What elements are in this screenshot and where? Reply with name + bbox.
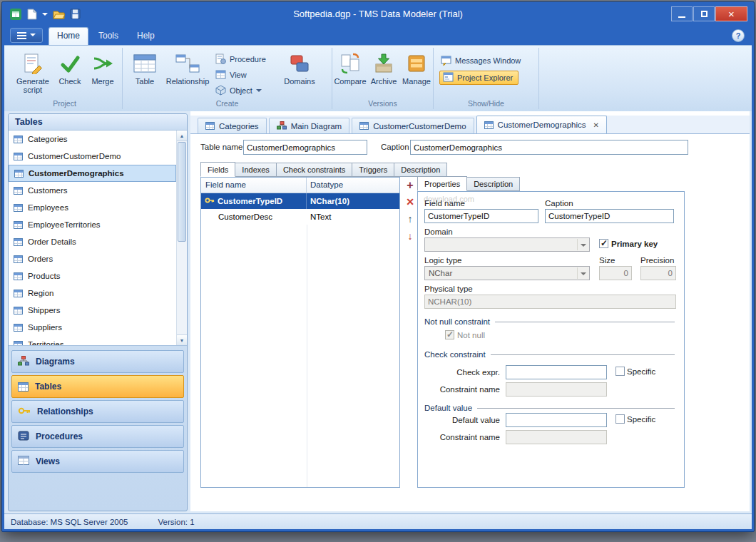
logic-type-select[interactable]: NChar — [424, 266, 590, 280]
generate-script-button[interactable]: Generate script — [13, 51, 53, 94]
document-tab-bar: Categories Main Diagram CustomerCustomer… — [190, 116, 750, 134]
object-button[interactable]: Object — [215, 83, 262, 98]
messages-window-button[interactable]: Messages Window — [441, 53, 521, 68]
domain-select[interactable] — [424, 237, 590, 252]
doc-tab-categories[interactable]: Categories — [198, 118, 267, 133]
table-icon — [14, 307, 23, 315]
field-name-input[interactable] — [424, 209, 538, 223]
diagram-icon — [277, 121, 287, 131]
subtab-indexes[interactable]: Indexes — [235, 163, 277, 177]
default-specific-checkbox[interactable] — [615, 414, 625, 424]
subtab-check-constraints[interactable]: Check constraints — [277, 163, 352, 177]
default-constraint-name-input[interactable] — [506, 430, 607, 444]
sidebar-item-customers[interactable]: Customers — [9, 182, 176, 199]
primary-key-checkbox[interactable] — [599, 239, 608, 248]
sidebar-item-order-details[interactable]: Order Details — [9, 233, 176, 250]
domains-button[interactable]: Domains — [281, 51, 318, 86]
list-item-label: Orders — [28, 255, 53, 263]
sidebar-item-categories[interactable]: Categories — [9, 131, 176, 148]
new-file-caret-icon[interactable] — [42, 13, 48, 19]
sidebar-nav-procedures[interactable]: Procedures — [11, 425, 184, 448]
table-button[interactable]: Table — [128, 51, 161, 86]
close-tab-icon[interactable]: ✕ — [593, 121, 599, 129]
section-title: Default value — [424, 404, 472, 412]
sidebar-item-customercustomerdemo[interactable]: CustomerCustomerDemo — [9, 148, 176, 165]
caption-input[interactable] — [410, 140, 688, 155]
sidebar-item-shippers[interactable]: Shippers — [9, 302, 176, 319]
relationship-icon — [175, 51, 200, 75]
group-label-project: Project — [7, 99, 122, 108]
compare-button[interactable]: Compare — [334, 51, 367, 86]
app-menu-button[interactable] — [10, 28, 43, 43]
close-button[interactable]: × — [715, 6, 747, 21]
grid-row-customertypeid[interactable]: CustomerTypeID NChar(10) — [201, 193, 399, 209]
grid-row-customerdesc[interactable]: CustomerDesc NText — [201, 209, 399, 225]
props-tab-description[interactable]: Description — [467, 177, 520, 191]
merge-button[interactable]: Merge — [87, 51, 118, 86]
add-field-button[interactable]: + — [407, 180, 413, 190]
physical-type-input[interactable] — [424, 295, 676, 309]
new-file-button[interactable] — [27, 9, 37, 20]
props-caption-input[interactable] — [545, 209, 674, 223]
view-button[interactable]: View — [215, 68, 247, 82]
grid-header-datatype[interactable]: Datatype — [307, 178, 399, 193]
sidebar-item-products[interactable]: Products — [9, 267, 176, 285]
grid-header-fieldname[interactable]: Field name — [201, 178, 307, 193]
doc-tab-main-diagram[interactable]: Main Diagram — [269, 118, 350, 133]
open-file-button[interactable] — [53, 9, 65, 19]
check-button[interactable]: Check — [54, 51, 86, 86]
subtab-description[interactable]: Description — [394, 163, 447, 177]
help-button[interactable]: ? — [732, 29, 745, 42]
sidebar-nav-tables[interactable]: Tables — [11, 375, 184, 398]
scrollbar[interactable]: ▲ ▼ — [176, 131, 187, 345]
sidebar-nav-diagrams[interactable]: Diagrams — [11, 350, 184, 373]
size-input[interactable] — [599, 266, 632, 280]
sidebar-item-orders[interactable]: Orders — [9, 250, 176, 267]
sidebar-item-employeeterritories[interactable]: EmployeeTerritories — [9, 216, 176, 233]
precision-input[interactable] — [640, 266, 676, 280]
table-name-input[interactable] — [243, 140, 367, 155]
properties-panel: download.com Field name Caption Domain P… — [417, 191, 685, 488]
tab-home[interactable]: Home — [48, 27, 88, 45]
grid-cell-datatype: NChar(10) — [307, 197, 399, 205]
sidebar-nav-relationships[interactable]: Relationships — [11, 400, 184, 423]
default-value-input[interactable] — [506, 413, 607, 427]
doc-tab-label: Main Diagram — [291, 122, 342, 131]
project-explorer-button[interactable]: Project Explorer — [439, 71, 519, 85]
save-button[interactable] — [70, 9, 81, 19]
check-specific-checkbox[interactable] — [615, 367, 625, 376]
tab-tools[interactable]: Tools — [90, 27, 127, 45]
scroll-up-button[interactable]: ▲ — [177, 131, 187, 141]
delete-field-button[interactable]: ✕ — [406, 197, 414, 208]
app-icon[interactable] — [9, 8, 22, 21]
sidebar-item-region[interactable]: Region — [9, 285, 176, 302]
subtab-fields[interactable]: Fields — [200, 162, 235, 177]
doc-tab-customercustomerdemo[interactable]: CustomerCustomerDemo — [352, 118, 474, 133]
manage-button[interactable]: Manage — [401, 51, 432, 86]
maximize-button[interactable] — [693, 6, 715, 21]
grid-header-row: Field name Datatype — [201, 178, 399, 193]
doc-tab-customerdemographics[interactable]: CustomerDemographics ✕ — [476, 116, 607, 133]
relationship-button[interactable]: Relationship — [163, 51, 213, 86]
field-name-cell: CustomerDesc — [218, 213, 272, 221]
table-icon — [14, 272, 23, 280]
minimize-button[interactable] — [671, 6, 693, 21]
subtab-triggers[interactable]: Triggers — [352, 163, 394, 177]
sidebar-item-customerdemographics[interactable]: CustomerDemographics — [9, 165, 176, 182]
scroll-thumb[interactable] — [178, 142, 186, 242]
check-expr-input[interactable] — [506, 365, 607, 379]
sidebar-item-employees[interactable]: Employees — [9, 199, 176, 216]
move-field-up-button[interactable]: ↑ — [408, 214, 413, 225]
sidebar-item-territories[interactable]: Territories — [9, 336, 176, 346]
archive-button[interactable]: Archive — [368, 51, 399, 86]
not-null-checkbox[interactable] — [445, 330, 454, 339]
procedure-button[interactable]: Procedure — [215, 52, 266, 66]
sidebar-nav-views[interactable]: Views — [11, 450, 184, 473]
precision-label: Precision — [640, 256, 674, 265]
props-tab-properties[interactable]: Properties — [417, 176, 467, 191]
scroll-down-button[interactable]: ▼ — [177, 334, 187, 345]
move-field-down-button[interactable]: ↓ — [408, 231, 413, 242]
sidebar-item-suppliers[interactable]: Suppliers — [9, 319, 176, 336]
tab-help[interactable]: Help — [128, 27, 163, 45]
check-constraint-name-input[interactable] — [506, 382, 607, 397]
